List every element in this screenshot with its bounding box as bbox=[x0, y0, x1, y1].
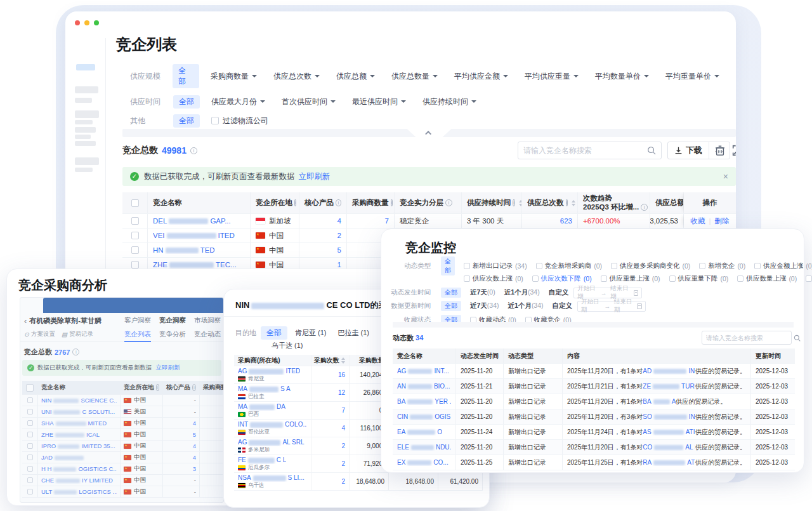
monitor-filter-checkbox[interactable]: 新增出口记录(34) bbox=[464, 262, 527, 270]
partner-name-link[interactable]: ZETURE COR bbox=[643, 383, 695, 390]
sidebar-item-skeleton[interactable] bbox=[75, 86, 98, 93]
company-name-link[interactable]: MAS A bbox=[238, 385, 291, 394]
close-alert-icon[interactable]: × bbox=[723, 171, 728, 182]
filter-dropdown[interactable]: 平均重量单价 bbox=[665, 71, 719, 82]
purchase-times-value[interactable]: 4 bbox=[341, 425, 345, 432]
filter-dropdown[interactable]: 采购商数量 bbox=[211, 71, 257, 82]
checkbox[interactable] bbox=[601, 275, 607, 282]
sort-icon[interactable] bbox=[572, 200, 575, 206]
partner-name-link[interactable]: ASATION bbox=[643, 428, 695, 435]
company-name-link[interactable]: ZHEICAL bbox=[41, 431, 100, 438]
company-name-link[interactable]: MADA bbox=[238, 403, 285, 411]
sidebar-item-skeleton[interactable] bbox=[75, 135, 91, 139]
checkbox[interactable] bbox=[532, 275, 539, 282]
checkbox[interactable] bbox=[27, 489, 33, 494]
checkbox[interactable] bbox=[27, 432, 33, 437]
checkbox[interactable] bbox=[806, 275, 812, 282]
filter-all-chip[interactable]: 全部 bbox=[173, 95, 200, 109]
filter-dropdown[interactable]: 供应总次数 bbox=[273, 71, 320, 82]
refresh-now-link[interactable]: 立即刷新 bbox=[299, 171, 331, 182]
monitor-filter-checkbox[interactable]: 供应数量下降(0) bbox=[806, 274, 812, 283]
quick-range-option[interactable]: 近1个月(34) bbox=[504, 288, 540, 297]
checkbox[interactable] bbox=[464, 275, 470, 282]
checkbox[interactable] bbox=[737, 275, 743, 282]
checkbox[interactable] bbox=[536, 263, 542, 269]
checkbox[interactable] bbox=[27, 397, 33, 403]
tab-客户洞察[interactable]: 客户洞察 bbox=[124, 316, 151, 325]
filter-dropdown[interactable]: 平均数量单价 bbox=[595, 71, 649, 82]
company-name-link[interactable]: BAYER ... bbox=[397, 398, 451, 405]
company-name-link[interactable]: AGAL SRL bbox=[238, 439, 304, 447]
subtab-竞企动态[interactable]: 竞企动态 bbox=[194, 330, 221, 342]
company-name-link[interactable]: ANBIO... bbox=[397, 383, 450, 390]
checkbox[interactable] bbox=[27, 477, 33, 483]
core-products-value[interactable]: 1 bbox=[337, 261, 341, 269]
filter-dropdown[interactable]: 首次供应时间 bbox=[282, 96, 336, 107]
checkbox[interactable] bbox=[26, 384, 34, 392]
search-input[interactable] bbox=[518, 146, 647, 155]
sidebar-item-skeleton[interactable] bbox=[75, 98, 92, 103]
sidebar-item-skeleton[interactable] bbox=[75, 110, 99, 118]
checkbox[interactable] bbox=[131, 232, 139, 239]
company-name-link[interactable]: NSAS LI... bbox=[238, 474, 304, 482]
checkbox[interactable] bbox=[131, 246, 139, 254]
company-name-link[interactable]: VEIITED bbox=[153, 232, 235, 239]
quick-range-option[interactable]: 近1个月(34) bbox=[508, 302, 544, 310]
sidebar-item-active[interactable] bbox=[76, 64, 95, 70]
partner-name-link[interactable]: BAA bbox=[643, 398, 676, 405]
monitor-filter-checkbox[interactable]: 供应次数下降(0) bbox=[532, 274, 592, 283]
company-name-link[interactable]: FEC L bbox=[238, 456, 286, 465]
company-name-link[interactable]: AGINT... bbox=[397, 368, 449, 375]
core-products-value[interactable]: 2 bbox=[337, 232, 341, 239]
filter-dropdown[interactable]: 供应总数量 bbox=[391, 71, 438, 82]
company-name-link[interactable]: UNIC SOLUTI... bbox=[41, 408, 115, 415]
filter-all-chip[interactable]: 全部 bbox=[173, 114, 200, 128]
partner-name-link[interactable]: ADINES bbox=[643, 368, 695, 375]
delete-button[interactable]: 删除 bbox=[715, 216, 730, 226]
company-name-link[interactable]: ZHETEC... bbox=[153, 261, 237, 269]
quick-range-option[interactable]: 近7天(0) bbox=[470, 288, 495, 297]
monitor-filter-checkbox[interactable]: 供应重量上涨(0) bbox=[601, 274, 660, 283]
close-window-icon[interactable] bbox=[75, 20, 80, 25]
purchase-times-value[interactable]: 12 bbox=[338, 389, 345, 396]
destination-option[interactable]: 巴拉圭 (1) bbox=[338, 328, 370, 338]
company-name-link[interactable]: DELGAP... bbox=[153, 217, 231, 225]
checkbox[interactable] bbox=[464, 263, 470, 269]
favorite-button[interactable]: 收藏 bbox=[691, 216, 705, 226]
company-name-link[interactable]: NINSCIENCE C... bbox=[41, 397, 117, 404]
toolbar-方案设置[interactable]: ⊙方案设置 bbox=[24, 330, 55, 338]
checkbox[interactable] bbox=[699, 263, 705, 269]
window-controls[interactable] bbox=[75, 20, 99, 25]
checkbox[interactable] bbox=[27, 409, 33, 415]
toolbar-贸易记录[interactable]: ▤贸易记录 bbox=[62, 330, 93, 338]
checkbox[interactable] bbox=[669, 275, 676, 282]
checkbox[interactable] bbox=[27, 420, 33, 426]
destination-option[interactable]: 肯尼亚 (1) bbox=[295, 328, 327, 338]
filter-dropdown[interactable]: 平均供应金额 bbox=[454, 71, 508, 82]
collapse-button[interactable] bbox=[407, 129, 452, 137]
quick-range-option[interactable]: 近7天(34) bbox=[470, 302, 499, 310]
company-name-link[interactable]: SHAMITED bbox=[41, 420, 107, 427]
company-name-link[interactable]: CHEIY LIMITED bbox=[41, 477, 113, 484]
refresh-now-link[interactable]: 立即刷新 bbox=[156, 364, 180, 372]
company-name-link[interactable]: EXCO... bbox=[397, 459, 449, 466]
checkbox[interactable] bbox=[27, 466, 33, 472]
company-name-link[interactable]: JAD bbox=[41, 454, 86, 461]
maximize-window-icon[interactable] bbox=[94, 20, 99, 25]
monitor-all-chip[interactable]: 全部 bbox=[441, 301, 461, 311]
minimize-window-icon[interactable] bbox=[84, 20, 89, 25]
company-name-link[interactable]: IPROIMITED 35... bbox=[41, 442, 115, 449]
checkbox[interactable] bbox=[611, 263, 617, 269]
subtab-竞企列表[interactable]: 竞企列表 bbox=[124, 330, 151, 342]
company-name-link[interactable]: CINOGIS... bbox=[397, 413, 451, 420]
filter-dropdown[interactable]: 供应最大月份 bbox=[211, 96, 265, 107]
company-name-link[interactable]: EAO bbox=[397, 428, 442, 435]
monitor-filter-checkbox[interactable]: 竞企新增采购商(0) bbox=[536, 262, 602, 270]
tab-市场洞察[interactable]: 市场洞察 bbox=[194, 316, 221, 325]
date-range-input[interactable]: 开始日期→结束日期 bbox=[577, 301, 646, 312]
sidebar-item-skeleton[interactable] bbox=[75, 120, 93, 124]
core-products-value[interactable]: 5 bbox=[337, 246, 341, 254]
destination-option[interactable]: 乌干达 (1) bbox=[272, 342, 303, 349]
sidebar-item-skeleton[interactable] bbox=[75, 168, 93, 172]
checkbox[interactable] bbox=[131, 217, 139, 225]
